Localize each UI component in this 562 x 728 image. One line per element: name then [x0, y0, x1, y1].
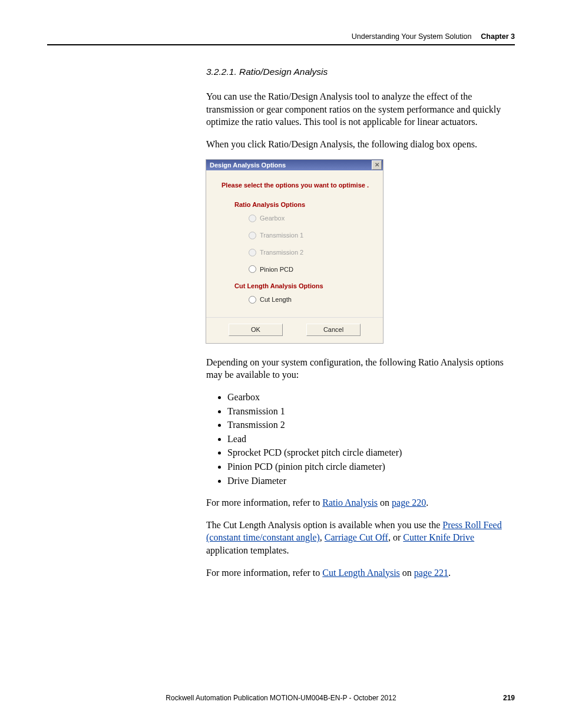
list-item: Transmission 1 [227, 405, 515, 418]
radio-label: Transmission 2 [260, 248, 303, 257]
dialog-body: Please select the options you want to op… [206, 170, 383, 317]
list-item: Pinion PCD (pinion pitch circle diameter… [227, 460, 515, 473]
group-title-ratio: Ratio Analysis Options [234, 200, 375, 209]
paragraph-ratio-xref: For more information, refer to Ratio Ana… [206, 496, 515, 509]
radio-option-cut-length[interactable]: Cut Length [249, 295, 375, 304]
header-section: Understanding Your System Solution [352, 32, 472, 41]
link-cutter-knife-drive[interactable]: Cutter Knife Drive [403, 532, 474, 542]
page-footer: Rockwell Automation Publication MOTION-U… [47, 694, 515, 702]
text: . [448, 568, 451, 578]
dialog-title-text: Design Analysis Options [210, 161, 286, 170]
section-heading: 3.2.2.1. Ratio/Design Analysis [206, 66, 515, 78]
dialog-button-row: OK Cancel [206, 317, 383, 343]
dialog-titlebar: Design Analysis Options ✕ [206, 160, 383, 170]
list-item: Lead [227, 433, 515, 446]
radio-option-transmission2: Transmission 2 [249, 248, 375, 257]
radio-icon[interactable] [249, 265, 256, 273]
page: Understanding Your System Solution Chapt… [0, 0, 562, 728]
header-chapter: Chapter 3 [481, 32, 515, 41]
text: For more information, refer to [206, 498, 322, 508]
radio-option-gearbox: Gearbox [249, 214, 375, 223]
design-analysis-dialog: Design Analysis Options ✕ Please select … [206, 160, 383, 343]
list-item: Transmission 2 [227, 419, 515, 431]
link-page-220[interactable]: page 220 [392, 498, 426, 508]
paragraph-cutlength-templates: The Cut Length Analysis option is availa… [206, 519, 515, 557]
text: application templates. [206, 545, 289, 555]
text: For more information, refer to [206, 568, 322, 578]
paragraph-options-lead: Depending on your system configuration, … [206, 356, 515, 381]
text: , or [388, 532, 403, 542]
list-item: Sprocket PCD (sprocket pitch circle diam… [227, 446, 515, 459]
radio-icon[interactable] [249, 296, 256, 304]
link-cut-length-analysis[interactable]: Cut Length Analysis [322, 568, 400, 578]
radio-label: Transmission 1 [260, 231, 303, 240]
text: , [320, 532, 325, 542]
text: on [378, 498, 392, 508]
content-column: 3.2.2.1. Ratio/Design Analysis You can u… [206, 45, 515, 579]
ratio-options-list: Gearbox Transmission 1 Transmission 2 Le… [206, 391, 515, 487]
radio-icon [249, 232, 256, 239]
radio-option-transmission1: Transmission 1 [249, 231, 375, 240]
text: The Cut Length Analysis option is availa… [206, 520, 442, 530]
radio-option-pinion-pcd[interactable]: Pinion PCD [249, 265, 375, 274]
group-title-cutlength: Cut Length Analysis Options [234, 282, 375, 291]
paragraph-cutlength-xref: For more information, refer to Cut Lengt… [206, 566, 515, 579]
link-ratio-analysis[interactable]: Ratio Analysis [322, 498, 378, 508]
page-header: Understanding Your System Solution Chapt… [47, 32, 515, 44]
text: . [426, 498, 428, 508]
footer-publication: Rockwell Automation Publication MOTION-U… [47, 694, 515, 702]
ok-button[interactable]: OK [229, 324, 283, 336]
close-icon[interactable]: ✕ [372, 160, 382, 170]
link-carriage-cut-off[interactable]: Carriage Cut Off [325, 532, 388, 542]
radio-label: Pinion PCD [260, 265, 293, 274]
cancel-button[interactable]: Cancel [306, 324, 361, 336]
radio-icon [249, 249, 256, 256]
paragraph-dialog-lead: When you click Ratio/Design Analysis, th… [206, 138, 515, 151]
radio-icon [249, 215, 256, 222]
paragraph-intro: You can use the Ratio/Design Analysis to… [206, 90, 515, 129]
text: on [400, 568, 414, 578]
link-page-221[interactable]: page 221 [414, 568, 448, 578]
radio-label: Gearbox [260, 214, 285, 223]
list-item: Drive Diameter [227, 475, 515, 487]
dialog-instruction: Please select the options you want to op… [222, 181, 375, 190]
radio-label: Cut Length [260, 295, 292, 304]
list-item: Gearbox [227, 391, 515, 404]
